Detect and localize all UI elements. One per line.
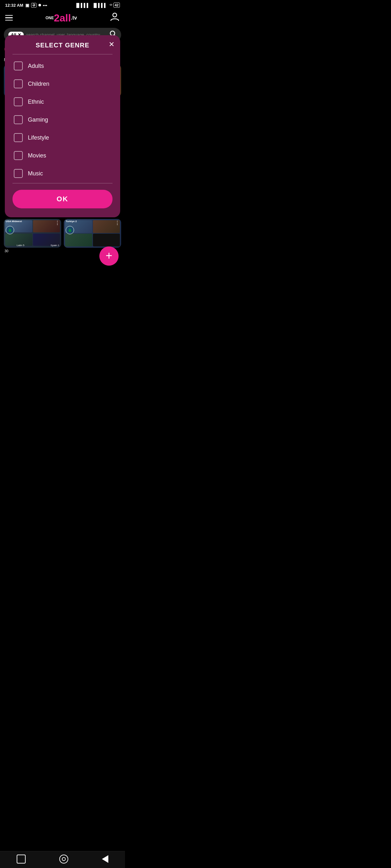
logo-one-text: ONE — [46, 16, 54, 20]
genre-label-children: Children — [28, 81, 49, 87]
genre-label-ethnic: Ethnic — [28, 99, 44, 105]
logo-tv-text: .tv — [71, 15, 77, 21]
status-bar: 12:32 AM ▣ Ə ••• ▐▌▌▌▌ ▐▌▌▌▌ ⌔ 42 — [0, 0, 125, 9]
genre-item-ethnic[interactable]: Ethnic — [12, 93, 112, 111]
app-logo: ONE 2all .tv — [46, 13, 77, 23]
menu-button[interactable] — [5, 15, 13, 21]
card-tag-label-2: Spain 1 — [51, 244, 59, 247]
modal-title: SELECT GENRE — [12, 41, 112, 49]
genre-label-music: Music — [28, 170, 43, 177]
app-header: ONE 2all .tv — [0, 9, 125, 28]
status-time: 12:32 AM — [5, 3, 23, 8]
bottom-channel-row: USA Midwest Spain 1 Latin 5 ⋮ 🌲 T — [4, 219, 121, 248]
modal-close-button[interactable]: ✕ — [109, 40, 114, 49]
status-sim-icon: ▣ — [25, 3, 29, 8]
svg-point-0 — [113, 13, 117, 17]
genre-list-scroll[interactable]: Adults Children Ethnic Gaming Lifestyle — [12, 57, 112, 182]
genre-item-lifestyle[interactable]: Lifestyle — [12, 129, 112, 147]
bottom-channel-card-1[interactable]: USA Midwest Spain 1 Latin 5 ⋮ 🌲 — [4, 219, 61, 248]
genre-item-movies[interactable]: Movies — [12, 147, 112, 164]
genre-checkbox-gaming[interactable] — [14, 115, 23, 124]
genre-checkbox-movies[interactable] — [14, 151, 23, 160]
channel-avatar: 🌲 — [6, 226, 14, 234]
card-menu-icon-2[interactable]: ⋮ — [115, 220, 120, 226]
genre-item-gaming[interactable]: Gaming — [12, 111, 112, 129]
signal-icon-2: ▐▌▌▌▌ — [92, 3, 107, 8]
genre-label-gaming: Gaming — [28, 117, 48, 123]
genre-item-adults[interactable]: Adults — [12, 57, 112, 75]
genre-checkbox-music[interactable] — [14, 169, 23, 178]
genre-label-adults: Adults — [28, 63, 44, 69]
genre-item-children[interactable]: Children — [12, 75, 112, 93]
logo-2all-text: 2all — [54, 13, 71, 23]
modal-divider-bottom — [12, 183, 112, 183]
card-tag-label: USA Midwest — [6, 220, 22, 223]
genre-checkbox-adults[interactable] — [14, 61, 23, 70]
channel-avatar-2: 🌲 — [66, 226, 74, 234]
status-dot-icon — [38, 4, 41, 6]
status-dots: ••• — [43, 3, 48, 8]
card-tag-label-3: Latin 5 — [17, 244, 24, 247]
fab-plus-icon: + — [106, 250, 112, 261]
genre-item-music[interactable]: Music — [12, 164, 112, 182]
genre-label-lifestyle: Lifestyle — [28, 134, 49, 141]
genre-checkbox-children[interactable] — [14, 80, 23, 88]
bottom-channel-card-2[interactable]: Turkiye 2 ⋮ 🌲 — [64, 219, 121, 248]
genre-checkbox-ethnic[interactable] — [14, 97, 23, 106]
select-genre-modal: ✕ SELECT GENRE Adults Children Ethnic Ga… — [5, 35, 120, 217]
user-profile-button[interactable] — [110, 11, 120, 24]
genre-checkbox-lifestyle[interactable] — [14, 133, 23, 142]
status-e-icon: Ə — [31, 3, 36, 8]
ok-button[interactable]: OK — [12, 190, 112, 208]
genre-label-movies: Movies — [28, 152, 46, 159]
fab-add-button[interactable]: + — [99, 246, 119, 266]
genre-list: Adults Children Ethnic Gaming Lifestyle — [12, 57, 112, 182]
card-tag-label-4: Turkiye 2 — [66, 220, 77, 223]
card-menu-icon[interactable]: ⋮ — [55, 220, 60, 226]
battery-icon: 42 — [113, 3, 120, 8]
status-icons: ▐▌▌▌▌ ▐▌▌▌▌ ⌔ 42 — [75, 3, 120, 8]
signal-icon-1: ▐▌▌▌▌ — [75, 3, 90, 8]
wifi-icon: ⌔ — [110, 3, 112, 8]
